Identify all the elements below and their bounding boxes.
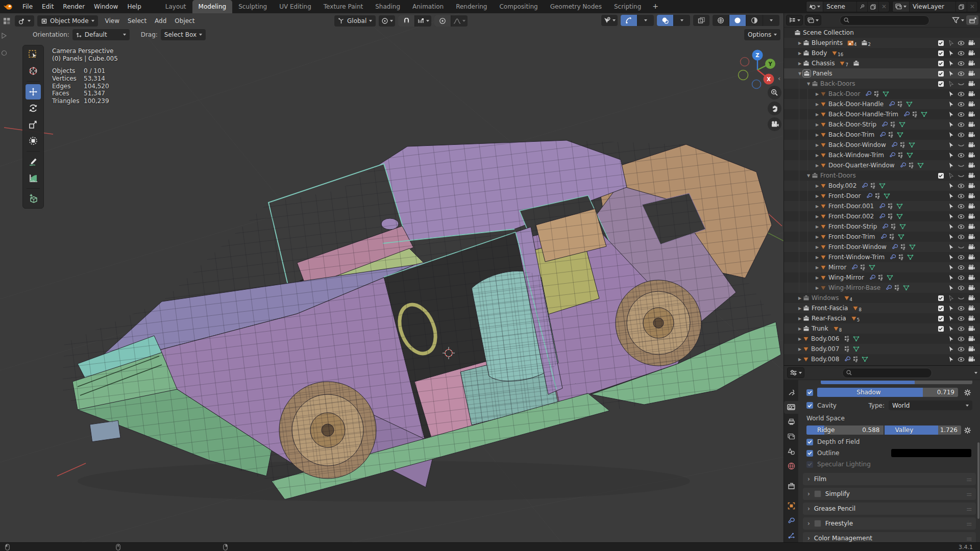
- panel-grease-pencil[interactable]: ›Grease Pencil::::: [803, 503, 976, 515]
- item-label[interactable]: Back-Door-Handle-Trim: [828, 111, 898, 118]
- region-toggle-icon-2[interactable]: [1, 50, 7, 56]
- view-layer-name[interactable]: ViewLayer: [910, 3, 955, 10]
- panel-drag-dots[interactable]: ::::: [967, 477, 971, 482]
- selectable-toggle[interactable]: [946, 132, 956, 138]
- orientation-dropdown[interactable]: Default: [72, 29, 130, 40]
- disable-render-toggle[interactable]: [966, 40, 976, 46]
- disable-render-toggle[interactable]: [966, 223, 976, 230]
- outliner-row-body-002[interactable]: ▶Body.002: [784, 181, 980, 191]
- selectable-toggle[interactable]: [946, 346, 956, 352]
- outliner-row-front-door-window[interactable]: ▶Front-Door-Window: [784, 242, 980, 252]
- disable-render-toggle[interactable]: [966, 325, 976, 332]
- hide-viewport-toggle[interactable]: [956, 162, 966, 168]
- exclude-checkbox[interactable]: [938, 71, 944, 77]
- outliner-row-front-door-001[interactable]: ▶Front-Door.001: [784, 201, 980, 211]
- viewport-menu-select[interactable]: Select: [124, 15, 151, 27]
- editor-type-icon[interactable]: [3, 17, 11, 25]
- selectable-toggle[interactable]: [946, 274, 956, 281]
- hide-viewport-toggle[interactable]: [956, 295, 966, 301]
- outliner-row-front-door[interactable]: ▶Front-Door: [784, 191, 980, 201]
- disable-render-toggle[interactable]: [966, 254, 976, 260]
- menu-render[interactable]: Render: [58, 0, 89, 13]
- disable-render-toggle[interactable]: [966, 213, 976, 219]
- selectable-toggle[interactable]: [946, 60, 956, 66]
- disable-render-toggle[interactable]: [966, 315, 976, 321]
- hide-viewport-toggle[interactable]: [956, 325, 966, 332]
- exclude-checkbox[interactable]: [938, 306, 944, 311]
- menu-file[interactable]: File: [18, 0, 37, 13]
- item-label[interactable]: Front-Door: [828, 192, 861, 199]
- disclosure-icon[interactable]: ▶: [797, 347, 803, 352]
- hide-viewport-toggle[interactable]: [956, 40, 966, 46]
- outliner-row-back-window-trim[interactable]: ▶Back-Window-Trim: [784, 150, 980, 160]
- menu-window[interactable]: Window: [89, 0, 122, 13]
- tool-measure[interactable]: [26, 170, 41, 186]
- selectable-toggle[interactable]: [946, 356, 956, 362]
- disclosure-icon[interactable]: ▶: [814, 224, 820, 229]
- selectable-toggle[interactable]: [946, 111, 956, 117]
- disclosure-icon[interactable]: ▶: [814, 245, 820, 249]
- disable-render-toggle[interactable]: [966, 346, 976, 352]
- disable-render-toggle[interactable]: [966, 305, 976, 311]
- 3d-viewport[interactable]: Object Mode ViewSelectAddObject Global: [0, 13, 783, 542]
- properties-tab-physics[interactable]: [784, 529, 798, 542]
- object-visibility-dropdown[interactable]: [601, 15, 618, 26]
- hide-viewport-toggle[interactable]: [956, 81, 966, 87]
- hide-viewport-toggle[interactable]: [956, 234, 966, 240]
- disable-render-toggle[interactable]: [966, 132, 976, 138]
- overlays-dropdown[interactable]: [673, 15, 690, 26]
- item-label[interactable]: Wing-Mirror-Base: [828, 284, 880, 291]
- hide-viewport-toggle[interactable]: [956, 183, 966, 189]
- editor-type-dropdown[interactable]: [15, 15, 34, 27]
- snap-settings-dropdown[interactable]: [414, 15, 431, 27]
- disclosure-icon[interactable]: ▶: [814, 102, 820, 107]
- hide-viewport-toggle[interactable]: [956, 152, 966, 158]
- drag-dropdown[interactable]: Select Box: [161, 29, 206, 40]
- selectable-toggle[interactable]: [946, 305, 956, 311]
- disable-render-toggle[interactable]: [966, 152, 976, 158]
- workspace-tab-texture-paint[interactable]: Texture Paint: [317, 0, 369, 13]
- shadow-slider[interactable]: Shadow 0.719: [817, 388, 958, 397]
- outliner-row-front-doors[interactable]: ▼Front-Doors: [784, 170, 980, 181]
- item-label[interactable]: Chassis: [812, 60, 835, 67]
- outliner-row-back-door-window[interactable]: ▶Back-Door-Window: [784, 140, 980, 150]
- outliner-row-front-fascia[interactable]: ▶Front-Fascia8: [784, 303, 980, 313]
- properties-tab-world[interactable]: [784, 460, 798, 473]
- valley-slider[interactable]: Valley 1.726: [885, 425, 962, 435]
- selectable-toggle[interactable]: [946, 213, 956, 219]
- workspace-tab-compositing[interactable]: Compositing: [493, 0, 544, 13]
- disclosure-icon[interactable]: ▶: [814, 133, 820, 137]
- hide-viewport-toggle[interactable]: [956, 50, 966, 56]
- exclude-checkbox[interactable]: [938, 51, 944, 56]
- disclosure-icon[interactable]: ▶: [814, 92, 820, 96]
- item-label[interactable]: Body.002: [828, 182, 856, 189]
- scene-selector[interactable]: Scene ✕: [806, 1, 890, 12]
- tool-add-cube[interactable]: [26, 191, 41, 207]
- selectable-toggle[interactable]: [946, 91, 956, 97]
- outliner-row-back-door-handle-trim[interactable]: ▶Back-Door-Handle-Trim: [784, 109, 980, 119]
- axis-minus-y[interactable]: [739, 70, 748, 80]
- item-label[interactable]: Door-Quarter-Window: [828, 162, 895, 169]
- properties-tab-object[interactable]: [784, 499, 798, 512]
- properties-tab-scene[interactable]: [784, 445, 798, 458]
- add-workspace-button[interactable]: +: [647, 0, 664, 13]
- selectable-toggle[interactable]: [946, 285, 956, 291]
- selectable-toggle[interactable]: [946, 203, 956, 209]
- disclosure-icon[interactable]: ▶: [814, 122, 820, 127]
- panel-color-management[interactable]: ›Color Management::::: [803, 532, 976, 543]
- properties-tab-output[interactable]: [784, 416, 798, 429]
- disclosure-icon[interactable]: ▶: [814, 112, 820, 117]
- item-label[interactable]: Front-Fascia: [812, 305, 848, 312]
- hide-viewport-toggle[interactable]: [956, 315, 966, 321]
- disclosure-icon[interactable]: ▼: [805, 82, 812, 86]
- disclosure-icon[interactable]: ▶: [814, 153, 820, 158]
- hide-viewport-toggle[interactable]: [956, 356, 966, 362]
- panel-simplify[interactable]: ›Simplify::::: [803, 488, 976, 500]
- item-label[interactable]: Back-Doors: [820, 80, 855, 87]
- region-toggle-icon[interactable]: [1, 33, 7, 39]
- exclude-checkbox[interactable]: [938, 61, 944, 66]
- outliner-row-scene-collection[interactable]: Scene Collection: [784, 28, 980, 38]
- disclosure-icon[interactable]: ▶: [797, 337, 803, 341]
- cavity-type-dropdown[interactable]: World: [889, 400, 972, 410]
- workspace-tab-uv-editing[interactable]: UV Editing: [273, 0, 317, 13]
